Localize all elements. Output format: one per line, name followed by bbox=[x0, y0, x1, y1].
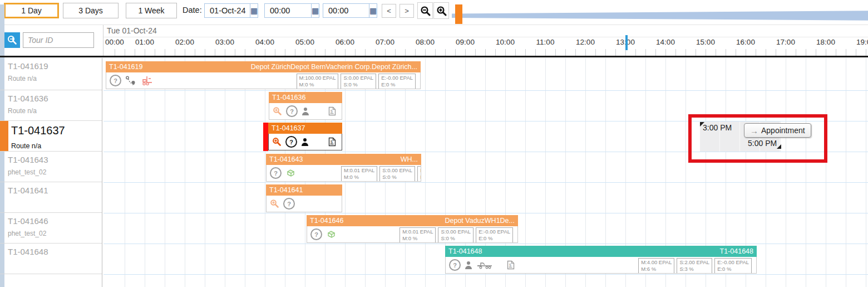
timeline-zoom-slider-track[interactable] bbox=[452, 11, 868, 21]
tour-row[interactable]: T1-041643 phet_test_02 bbox=[0, 152, 102, 182]
bar-body: ? M:0.01 EPALM:0 % S:0.00 EPALS:0 % E:-0… bbox=[266, 165, 421, 182]
invoice-icon[interactable]: $ bbox=[328, 106, 336, 116]
time-start-input[interactable] bbox=[265, 4, 311, 17]
date-input[interactable] bbox=[205, 4, 250, 17]
timeline-zoom-slider-handle[interactable] bbox=[455, 4, 462, 24]
hour-label: 18:00 bbox=[816, 38, 835, 46]
help-icon[interactable]: ? bbox=[449, 259, 461, 271]
metric-box-e: E:-0.00 EPALE:0 % bbox=[476, 227, 513, 243]
tour-id: T1-041648 bbox=[8, 247, 100, 256]
invoice-icon[interactable]: $ bbox=[328, 137, 336, 147]
hour-label: 10:00 bbox=[496, 38, 515, 46]
time-end-picker-button[interactable]: ▦ bbox=[369, 4, 377, 17]
hour-label: 00:00 bbox=[105, 38, 124, 46]
help-icon[interactable]: ? bbox=[110, 75, 121, 86]
bar-header: T1-041636 bbox=[269, 92, 342, 103]
help-icon[interactable]: ? bbox=[310, 228, 322, 240]
magnifier-plus-icon[interactable] bbox=[273, 106, 282, 116]
hour-label: 07:00 bbox=[376, 38, 394, 46]
metric-box-m: M:4.00 EPALM:6 % bbox=[638, 258, 674, 274]
hour-label: 04:00 bbox=[255, 38, 274, 46]
bar-header: T1-041646 Depot VaduzWH1De... bbox=[307, 215, 518, 226]
tour-row[interactable]: T1-041636 Route n/a bbox=[0, 90, 102, 121]
gantt-bar-tour[interactable]: T1-041648 T1-041648 ? $ M:4.00 EPALM:6 %… bbox=[445, 246, 757, 274]
hour-label: 11:00 bbox=[536, 38, 555, 46]
bar-header: T1-041619 Depot ZürichDepot BernVacherin… bbox=[106, 61, 421, 72]
bar-tour-id: T1-041646 bbox=[310, 215, 343, 226]
tour-id: T1-041636 bbox=[8, 94, 100, 103]
appointment-end-time: 5:00 PM bbox=[748, 139, 777, 148]
tour-list-sidebar: T1-041619 Route n/a T1-041636 Route n/a … bbox=[0, 58, 102, 287]
bar-header: T1-041648 T1-041648 bbox=[445, 246, 757, 257]
hour-label: 06:00 bbox=[336, 38, 354, 46]
metric-box-s: S:0.00 EPALS:0 % bbox=[379, 166, 415, 182]
tour-row[interactable]: T1-041641 bbox=[0, 182, 102, 213]
metric-box-e: E:-0.00 EPALE:0 % bbox=[417, 166, 421, 182]
bar-body: ? M:100.00 EPALM:0 % S:0.00 EPALS:0 % E:… bbox=[106, 72, 421, 89]
pallet-icon[interactable] bbox=[285, 168, 296, 178]
bar-body: ? M:0.01 EPALM:0 % S:0.00 EPALS:0 % E:-0… bbox=[307, 226, 518, 243]
prev-day-button[interactable]: < bbox=[382, 4, 396, 18]
person-icon[interactable] bbox=[302, 107, 309, 116]
metric-box-s: S:0.00 EPALS:0 % bbox=[438, 227, 474, 243]
time-start-picker-button[interactable]: ▦ bbox=[311, 4, 319, 17]
date-label: Date: bbox=[183, 6, 202, 14]
invoice-icon[interactable]: $ bbox=[507, 260, 515, 270]
forklift-icon[interactable] bbox=[141, 75, 156, 86]
search-icon bbox=[7, 35, 18, 46]
pallet-icon[interactable] bbox=[326, 230, 337, 239]
zoom-in-button[interactable] bbox=[433, 2, 449, 19]
appointment-resize-handle-end[interactable] bbox=[777, 144, 781, 149]
hour-label: 17:00 bbox=[776, 38, 795, 46]
person-icon[interactable] bbox=[465, 261, 472, 270]
hour-label: 19:00 bbox=[856, 38, 868, 46]
hour-label: 16:00 bbox=[736, 38, 755, 46]
bar-header: T1-041637 bbox=[268, 123, 342, 134]
bar-tour-id: T1-041641 bbox=[269, 184, 303, 196]
gantt-bar-tour-selected[interactable]: T1-041637 ? $ bbox=[268, 123, 342, 150]
view-button-3-days[interactable]: 3 Days bbox=[63, 3, 119, 18]
time-end-input[interactable] bbox=[323, 4, 369, 17]
magnifier-plus-icon[interactable] bbox=[270, 199, 279, 208]
tour-route: phet_test_02 bbox=[8, 230, 100, 237]
help-icon[interactable]: ? bbox=[283, 198, 295, 210]
gantt-bar-tour[interactable]: T1-041636 ? $ bbox=[269, 92, 342, 120]
magnifier-plus-icon[interactable] bbox=[272, 137, 282, 147]
gantt-bar-tour[interactable]: T1-041643 WH... ? M:0.01 EPALM:0 % S:0.0… bbox=[266, 154, 421, 182]
tour-row[interactable]: T1-041646 phet_test_02 bbox=[0, 213, 102, 244]
tour-id: T1-041646 bbox=[8, 216, 100, 226]
tour-planning-gantt-screen: 1 Day 3 Days 1 Week Date: ▦ ▦ ▦ < > Tue … bbox=[0, 0, 868, 287]
search-go-button[interactable] bbox=[4, 32, 20, 48]
magnifier-minus-icon bbox=[420, 6, 431, 16]
toolbar-separator bbox=[0, 25, 868, 25]
time-end-field: ▦ bbox=[323, 3, 377, 18]
tour-id: T1-041643 bbox=[8, 155, 100, 164]
view-button-1-day[interactable]: 1 Day bbox=[4, 3, 59, 18]
bar-stops-text: WH... bbox=[308, 154, 418, 165]
bar-metrics: M:4.00 EPALM:6 % S:2.00 EPALS:3 % E:-0.0… bbox=[638, 258, 752, 274]
hour-label: 15:00 bbox=[696, 38, 715, 46]
truck-trailer-icon[interactable] bbox=[476, 261, 493, 270]
gantt-bar-tour[interactable]: T1-041646 Depot VaduzWH1De... ? M:0.01 E… bbox=[307, 215, 518, 243]
help-icon[interactable]: ? bbox=[286, 105, 298, 117]
bar-tour-id: T1-041648 bbox=[448, 246, 482, 257]
help-icon[interactable]: ? bbox=[285, 136, 297, 148]
date-picker-button[interactable]: ▦ bbox=[250, 4, 258, 17]
metric-box-m: M:0.01 EPALM:0 % bbox=[400, 227, 436, 243]
svg-text:$: $ bbox=[331, 140, 333, 144]
zoom-out-button[interactable] bbox=[417, 2, 433, 19]
next-day-button[interactable]: > bbox=[400, 4, 414, 18]
appointment-button[interactable]: → Appointment bbox=[744, 123, 811, 138]
tour-row[interactable]: T1-041619 Route n/a bbox=[0, 58, 102, 90]
tour-row[interactable]: T1-041648 bbox=[0, 244, 102, 274]
route-waypoints-icon[interactable] bbox=[125, 76, 137, 86]
tour-row-selected[interactable]: T1-041637 Route n/a bbox=[0, 121, 102, 152]
gantt-bar-tour[interactable]: T1-041619 Depot ZürichDepot BernVacherin… bbox=[106, 61, 421, 89]
hour-label: 03:00 bbox=[215, 38, 234, 46]
gantt-bar-tour[interactable]: T1-041641 ? bbox=[266, 184, 342, 212]
tour-id-search-input[interactable] bbox=[23, 32, 94, 48]
help-icon[interactable]: ? bbox=[270, 167, 282, 179]
person-icon[interactable] bbox=[301, 138, 309, 147]
bar-tour-id: T1-041637 bbox=[272, 123, 305, 134]
view-button-1-week[interactable]: 1 Week bbox=[126, 3, 177, 18]
